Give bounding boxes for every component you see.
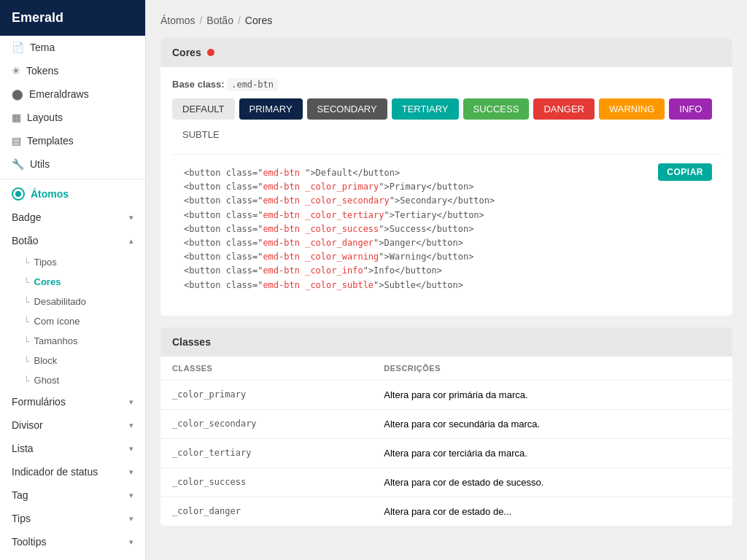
btn-subtle[interactable]: SUBTLE [172,124,230,145]
tooltips-label: Tooltips [12,536,46,548]
corner-icon: └ [23,356,30,366]
sidebar-group-indicador[interactable]: Indicador de status ▾ [0,460,145,483]
sidebar-sub-desabilitado[interactable]: └ Desabilitado [0,292,145,311]
tema-icon: 📄 [12,42,24,53]
classes-card-header: Classes [160,327,732,357]
col-classes: CLASSES [160,357,372,381]
sidebar-group-botao[interactable]: Botão ▴ [0,229,145,252]
btn-info[interactable]: INFO [669,98,712,120]
sidebar-sub-com-icone[interactable]: └ Com ícone [0,311,145,331]
sidebar-item-label: Tokens [26,65,58,77]
breadcrumb-sep-2: / [238,15,241,26]
code-line-9: <button class="emd-btn _color_subtle">Su… [184,279,709,292]
btn-primary[interactable]: PRIMARY [239,98,303,120]
utils-icon: 🔧 [12,158,24,170]
emeraldraws-icon: ⬤ [12,88,23,100]
sidebar-brand[interactable]: Emerald [0,0,145,36]
chevron-down-icon: ▾ [129,514,133,524]
corner-icon: └ [23,277,30,287]
class-name: _color_primary [160,380,372,409]
col-descricoes: DESCRIÇÕES [372,357,732,381]
com-icone-label: Com ícone [34,316,80,327]
chevron-down-icon: ▾ [129,491,133,500]
breadcrumb: Átomos / Botão / Cores [160,15,732,26]
classes-card: Classes CLASSES DESCRIÇÕES _color_primar… [160,327,732,526]
code-block: <button class="emd-btn ">Default</button… [181,163,712,295]
dot-inner [15,191,21,197]
breadcrumb-sep-1: / [199,15,202,26]
badge-label: Badge [12,211,41,223]
sidebar-group-formularios[interactable]: Formulários ▾ [0,390,145,413]
breadcrumb-current: Cores [245,15,272,26]
cores-title: Cores [172,47,201,58]
breadcrumb-atomos[interactable]: Átomos [160,15,195,26]
sidebar-group-tag[interactable]: Tag ▾ [0,483,145,507]
sidebar-sub-ghost[interactable]: └ Ghost [0,370,145,390]
sidebar-sub-tipos[interactable]: └ Tipos [0,252,145,272]
class-desc: Altera para cor terciária da marca. [372,438,732,467]
code-line-3: <button class="emd-btn _color_secondary"… [184,194,709,208]
botao-label: Botão [12,235,39,246]
corner-icon: └ [23,316,30,327]
table-row: _color_secondary Altera para cor secundá… [160,409,732,438]
table-row: _color_danger Altera para cor de estado … [160,497,732,526]
code-line-4: <button class="emd-btn _color_tertiary">… [184,209,709,222]
active-circle-icon [12,187,25,201]
chevron-down-icon: ▾ [129,397,133,407]
class-desc: Altera para cor secundária da marca. [372,409,732,438]
sidebar-item-layouts[interactable]: ▦ Layouts [0,106,145,129]
sidebar-item-label: Layouts [27,112,63,123]
table-row: _color_tertiary Altera para cor terciári… [160,438,732,467]
sidebar-item-label: Emeraldraws [29,88,89,100]
code-block-container: COPIAR <button class="emd-btn ">Default<… [172,154,721,304]
breadcrumb-botao[interactable]: Botão [206,15,233,26]
sidebar-group-badge[interactable]: Badge ▾ [0,206,145,229]
sidebar-item-tokens[interactable]: ✳ Tokens [0,59,145,82]
btn-default[interactable]: DEFAULT [172,98,235,120]
btn-warning[interactable]: WARNING [599,98,665,120]
class-name: _color_secondary [160,409,372,438]
copy-button[interactable]: COPIAR [658,163,712,181]
chevron-up-icon: ▴ [129,236,133,246]
chevron-down-icon: ▾ [129,467,133,477]
class-name: _color_success [160,467,372,497]
corner-icon: └ [23,376,30,386]
sidebar-item-label: Tema [30,42,55,53]
sidebar-group-divisor[interactable]: Divisor ▾ [0,413,145,437]
chevron-down-icon: ▾ [129,213,133,222]
tipos-label: Tipos [34,257,57,268]
sidebar-item-label: Templates [27,135,74,147]
sidebar-sub-cores[interactable]: └ Cores [0,272,145,292]
ghost-label: Ghost [34,375,60,386]
sidebar-item-utils[interactable]: 🔧 Utils [0,152,145,176]
sidebar-sub-block[interactable]: └ Block [0,351,145,370]
lista-label: Lista [12,443,34,454]
btn-danger[interactable]: DANGER [533,98,595,120]
sidebar: Emerald 📄 Tema ✳ Tokens ⬤ Emeraldraws ▦ … [0,0,146,560]
sidebar-item-emeraldraws[interactable]: ⬤ Emeraldraws [0,82,145,106]
sidebar-item-atomos[interactable]: Átomos [0,182,145,206]
sidebar-atomos-label: Átomos [31,188,69,200]
sidebar-group-tooltips[interactable]: Tooltips ▾ [0,530,145,553]
code-line-5: <button class="emd-btn _color_success">S… [184,222,709,236]
formularios-label: Formulários [12,396,66,408]
btn-secondary[interactable]: SECONDARY [307,98,387,120]
sidebar-item-tema[interactable]: 📄 Tema [0,36,145,59]
classes-table-container: CLASSES DESCRIÇÕES _color_primary Altera… [160,357,732,526]
class-desc: Altera para cor de estado de... [372,497,732,526]
sidebar-group-tips[interactable]: Tips ▾ [0,507,145,530]
code-line-8: <button class="emd-btn _color_info">Info… [184,264,709,278]
sidebar-group-lista[interactable]: Lista ▾ [0,437,145,460]
desabilitado-label: Desabilitado [34,296,87,307]
chevron-down-icon: ▾ [129,537,133,547]
classes-title: Classes [172,336,211,348]
red-dot-icon [207,49,214,56]
sidebar-sub-tamanhos[interactable]: └ Tamanhos [0,331,145,351]
class-name: _color_danger [160,497,372,526]
base-class-row: Base class: .emd-btn [172,79,721,90]
table-row: _color_success Altera para cor de estado… [160,467,732,497]
btn-success[interactable]: SUCCESS [463,98,530,120]
cores-card-body: Base class: .emd-btn DEFAULT PRIMARY SEC… [160,67,732,316]
btn-tertiary[interactable]: TERTIARY [392,98,459,120]
sidebar-item-templates[interactable]: ▤ Templates [0,129,145,152]
